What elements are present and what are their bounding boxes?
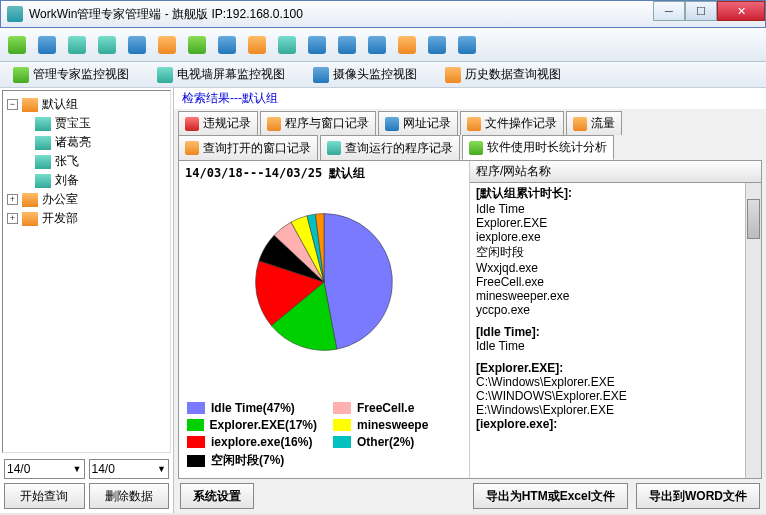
pc-icon [35,174,51,188]
piechart-icon [469,141,483,155]
tab-usage-stats[interactable]: 软件使用时长统计分析 [462,135,614,160]
toolbar-btn-6[interactable] [154,32,180,58]
tree-user[interactable]: 刘备 [7,171,166,190]
list-item[interactable]: FreeCell.exe [476,275,755,289]
tab-label: 程序与窗口记录 [285,115,369,132]
tree-user[interactable]: 诸葛亮 [7,133,166,152]
dropdown-icon[interactable]: ▼ [157,464,166,474]
legend-item: Idle Time(47%) [187,401,317,415]
tab-violation[interactable]: 违规记录 [178,111,258,135]
export-word-button[interactable]: 导出到WORD文件 [636,483,760,509]
tab-label: 文件操作记录 [485,115,557,132]
dropdown-icon[interactable]: ▼ [73,464,82,474]
tree-group[interactable]: +办公室 [7,190,166,209]
toolbar-btn-16[interactable] [454,32,480,58]
toolbar-btn-2[interactable] [34,32,60,58]
toolbar-btn-5[interactable] [124,32,150,58]
date-to-input[interactable]: 14/0▼ [89,459,170,479]
tab-running-programs[interactable]: 查询运行的程序记录 [320,135,460,160]
col-header: 程序/网站名称 [476,163,551,180]
list-item[interactable]: 空闲时段 [476,244,755,261]
list-header[interactable]: 程序/网站名称 [470,161,761,183]
list-item[interactable]: Idle Time6 [476,202,755,216]
legend-swatch [187,402,205,414]
list-body[interactable]: [默认组累计时长]: Idle Time6 Explorer.EXE2 iexp… [470,183,761,478]
help-icon [458,36,476,54]
tab-traffic[interactable]: 流量 [566,111,622,135]
expand-icon[interactable]: + [7,213,18,224]
tab-monitor-view[interactable]: 管理专家监控视图 [6,63,136,86]
tab-label: 查询打开的窗口记录 [203,140,311,157]
chart-legend: Idle Time(47%) FreeCell.e Explorer.EXE(1… [179,395,469,478]
toolbar-btn-4[interactable] [94,32,120,58]
list-item[interactable]: E:\Windows\Explorer.EXE [476,403,755,417]
window-titlebar: WorkWin管理专家管理端 - 旗舰版 IP:192.168.0.100 ─ … [0,0,766,28]
screens-icon [68,36,86,54]
export-htm-button[interactable]: 导出为HTM或Excel文件 [473,483,628,509]
maximize-button[interactable]: ☐ [685,1,717,21]
list-item[interactable]: minesweeper.exe4 [476,289,755,303]
toolbar-btn-14[interactable] [394,32,420,58]
tab-camera-view[interactable]: 摄像头监控视图 [306,63,424,86]
stop-icon [185,117,199,131]
collapse-icon[interactable]: − [7,99,18,110]
close-button[interactable]: ✕ [717,1,765,21]
tab-open-windows[interactable]: 查询打开的窗口记录 [178,135,318,160]
list-item[interactable]: Explorer.EXE2 [476,216,755,230]
start-query-button[interactable]: 开始查询 [4,483,85,509]
list-item[interactable]: iexplore.exe2 [476,230,755,244]
toolbar-btn-9[interactable] [244,32,270,58]
toolbar-btn-3[interactable] [64,32,90,58]
monitor-icon [13,67,29,83]
toolbar-btn-8[interactable] [214,32,240,58]
group-tree[interactable]: −默认组 贾宝玉 诸葛亮 张飞 刘备 +办公室 +开发部 [2,90,171,453]
pc-icon [35,117,51,131]
screen-icon [98,36,116,54]
vertical-scrollbar[interactable] [745,183,761,478]
list-item[interactable]: C:\WINDOWS\Explorer.EXE [476,389,755,403]
legend-item: iexplore.exe(16%) [187,435,317,449]
toolbar-btn-12[interactable] [334,32,360,58]
tab-url[interactable]: 网址记录 [378,111,458,135]
group-icon [22,212,38,226]
toolbar-btn-10[interactable] [274,32,300,58]
delete-data-button[interactable]: 删除数据 [89,483,170,509]
tab-label: 历史数据查询视图 [465,66,561,83]
toolbar-btn-13[interactable] [364,32,390,58]
list-item[interactable]: Idle Time [476,339,755,353]
list-item[interactable]: yccpo.exe3 [476,303,755,317]
legend-item: Explorer.EXE(17%) [187,418,317,432]
tab-history-view[interactable]: 历史数据查询视图 [438,63,568,86]
legend-swatch [333,402,351,414]
minimize-button[interactable]: ─ [653,1,685,21]
traffic-icon [573,117,587,131]
legend-label: minesweepe [357,418,428,432]
toolbar-btn-11[interactable] [304,32,330,58]
tab-tvwall-view[interactable]: 电视墙屏幕监控视图 [150,63,292,86]
system-settings-button[interactable]: 系统设置 [180,483,254,509]
list-item[interactable]: Wxxjqd.exe [476,261,755,275]
tree-group[interactable]: +开发部 [7,209,166,228]
date-from-input[interactable]: 14/0▼ [4,459,85,479]
group-icon [22,193,38,207]
scroll-thumb[interactable] [747,199,760,239]
tab-label: 违规记录 [203,115,251,132]
tab-fileop[interactable]: 文件操作记录 [460,111,564,135]
right-panel: 检索结果---默认组 违规记录 程序与窗口记录 网址记录 文件操作记录 流量 查… [174,88,766,513]
tree-user[interactable]: 张飞 [7,152,166,171]
toolbar-btn-7[interactable] [184,32,210,58]
tab-program-window[interactable]: 程序与窗口记录 [260,111,376,135]
tree-root[interactable]: −默认组 [7,95,166,114]
list-group-header: [Explorer.EXE]: [476,361,755,375]
chart-header: 14/03/18---14/03/25 默认组 [179,161,469,186]
file-icon [467,117,481,131]
toolbar-btn-1[interactable] [4,32,30,58]
list-group-header: [默认组累计时长]: [476,185,755,202]
date-value: 14/0 [7,462,30,476]
expand-icon[interactable]: + [7,194,18,205]
legend-label: Other(2%) [357,435,414,449]
toolbar-btn-15[interactable] [424,32,450,58]
list-item[interactable]: C:\Windows\Explorer.EXE [476,375,755,389]
tree-user[interactable]: 贾宝玉 [7,114,166,133]
globe-icon [38,36,56,54]
